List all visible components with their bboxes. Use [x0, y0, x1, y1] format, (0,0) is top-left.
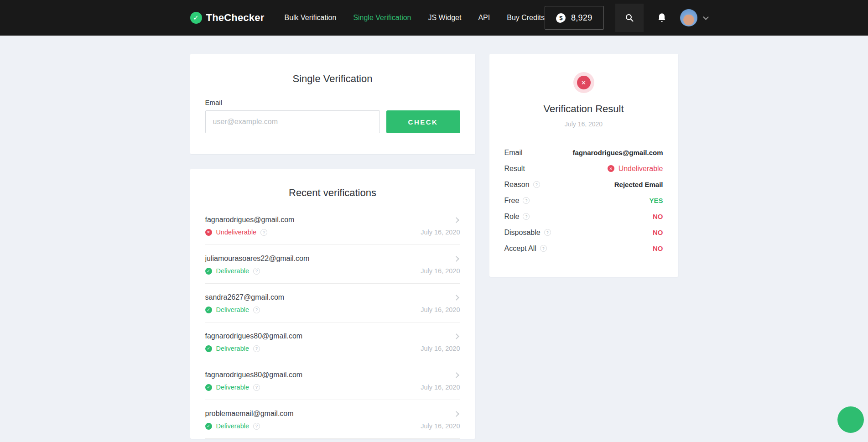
top-navbar: ✓ TheChecker Bulk Verification Single Ve…: [0, 0, 868, 36]
result-row-role: Role ? NO: [504, 212, 663, 221]
list-item[interactable]: fagnarodrigues80@gmail.com ✓ Deliverable…: [205, 322, 460, 361]
list-item-date: July 16, 2020: [421, 384, 460, 391]
notifications-button[interactable]: [657, 13, 666, 23]
chat-widget-button[interactable]: [837, 406, 864, 433]
result-label: Disposable: [504, 229, 541, 237]
help-icon[interactable]: ?: [533, 181, 540, 188]
undeliverable-icon: ✕: [608, 165, 614, 172]
brand-name: TheChecker: [206, 12, 265, 24]
result-row-result: Result ✕ Undeliverable: [504, 164, 663, 173]
chevron-right-icon: [453, 411, 459, 417]
single-verification-title: Single Verification: [205, 73, 460, 85]
list-item-date: July 16, 2020: [421, 267, 460, 275]
result-value: ✕ Undeliverable: [608, 165, 663, 173]
list-item-date: July 16, 2020: [421, 422, 460, 430]
help-icon[interactable]: ?: [544, 229, 551, 236]
nav-js-widget[interactable]: JS Widget: [428, 14, 461, 22]
status-label: Deliverable: [216, 345, 249, 352]
nav-api[interactable]: API: [478, 14, 490, 22]
status-label: Undeliverable: [216, 229, 257, 236]
nav-single-verification[interactable]: Single Verification: [353, 14, 411, 22]
chevron-right-icon: [453, 256, 459, 262]
help-icon[interactable]: ?: [523, 197, 530, 204]
recent-verifications-card: Recent verifications fagnarodrigues@gmai…: [190, 169, 475, 439]
list-item-date: July 16, 2020: [421, 345, 460, 352]
brand-logo[interactable]: ✓ TheChecker: [190, 12, 265, 24]
list-item-email: problemaemail@gmail.com: [205, 410, 294, 418]
list-item-email: fagnarodrigues80@gmail.com: [205, 332, 303, 340]
status-label: Deliverable: [216, 267, 249, 275]
main-content: Single Verification Email CHECK Recent v…: [190, 54, 678, 439]
result-row-reason: Reason ? Rejected Email: [504, 180, 663, 189]
avatar: [680, 9, 697, 26]
list-item-email: sandra2627@gmail.com: [205, 293, 285, 302]
list-item[interactable]: sandra2627@gmail.com ✓ Deliverable ? Jul…: [205, 284, 460, 322]
deliverable-icon: ✓: [205, 423, 212, 430]
list-item-email: fagnarodrigues80@gmail.com: [205, 371, 303, 379]
credits-button[interactable]: $ 8,929: [545, 6, 604, 30]
result-label: Reason: [504, 181, 530, 189]
bell-icon: [657, 13, 666, 23]
error-cross-icon: ✕: [577, 76, 591, 89]
recent-verifications-title: Recent verifications: [205, 187, 460, 199]
search-button[interactable]: [615, 4, 644, 32]
status-label: Deliverable: [216, 306, 249, 313]
help-icon[interactable]: ?: [523, 213, 530, 220]
result-value: Rejected Email: [614, 181, 663, 188]
search-icon: [625, 13, 634, 22]
help-icon[interactable]: ?: [540, 245, 547, 252]
email-input[interactable]: [205, 110, 380, 133]
deliverable-icon: ✓: [205, 268, 212, 275]
result-row-accept-all: Accept All ? NO: [504, 244, 663, 253]
chevron-right-icon: [453, 295, 459, 301]
list-item-email: juliamourasoares22@gmail.com: [205, 255, 310, 263]
deliverable-icon: ✓: [205, 307, 212, 313]
list-item[interactable]: fagnarodrigues@gmail.com ✕ Undeliverable…: [205, 206, 460, 245]
deliverable-icon: ✓: [205, 345, 212, 352]
help-icon[interactable]: ?: [260, 229, 267, 236]
verification-result-title: Verification Result: [504, 103, 663, 115]
help-icon[interactable]: ?: [253, 384, 260, 391]
brand-check-icon: ✓: [190, 12, 202, 24]
verification-result-date: July 16, 2020: [504, 120, 663, 128]
result-value: NO: [653, 244, 663, 252]
undeliverable-icon: ✕: [205, 229, 212, 236]
status-label: Deliverable: [216, 422, 249, 430]
result-value: YES: [649, 197, 663, 204]
list-item[interactable]: juliamourasoares22@gmail.com ✓ Deliverab…: [205, 245, 460, 284]
help-icon[interactable]: ?: [253, 307, 260, 313]
check-button[interactable]: CHECK: [386, 110, 460, 133]
coin-icon: $: [556, 13, 566, 22]
nav-buy-credits[interactable]: Buy Credits: [507, 14, 545, 22]
help-icon[interactable]: ?: [253, 423, 260, 430]
chevron-right-icon: [453, 372, 459, 378]
list-item-date: July 16, 2020: [421, 229, 460, 236]
result-value-text: Undeliverable: [619, 165, 663, 173]
result-label: Result: [504, 165, 525, 173]
chevron-right-icon: [453, 217, 459, 223]
result-value: NO: [653, 229, 663, 236]
result-row-disposable: Disposable ? NO: [504, 228, 663, 237]
list-item-email: fagnarodrigues@gmail.com: [205, 216, 295, 224]
result-row-free: Free ? YES: [504, 196, 663, 205]
result-status-badge: ✕: [573, 72, 594, 93]
nav-bulk-verification[interactable]: Bulk Verification: [284, 14, 336, 22]
result-label: Role: [504, 213, 520, 221]
result-row-email: Email fagnarodrigues@gmail.com: [504, 148, 663, 157]
list-item[interactable]: fagnarodrigues80@gmail.com ✓ Deliverable…: [205, 361, 460, 400]
status-label: Deliverable: [216, 384, 249, 391]
result-label: Free: [504, 197, 520, 205]
result-label: Accept All: [504, 244, 536, 253]
result-value: fagnarodrigues@gmail.com: [573, 149, 663, 156]
user-menu[interactable]: [680, 9, 708, 26]
single-verification-card: Single Verification Email CHECK: [190, 54, 475, 154]
chevron-down-icon: [703, 14, 709, 20]
credits-amount: 8,929: [571, 13, 593, 23]
help-icon[interactable]: ?: [253, 268, 260, 275]
help-icon[interactable]: ?: [253, 345, 260, 352]
result-label: Email: [504, 149, 523, 157]
email-label: Email: [205, 99, 460, 106]
main-nav: Bulk Verification Single Verification JS…: [284, 14, 544, 22]
list-item[interactable]: problemaemail@gmail.com ✓ Deliverable ? …: [205, 400, 460, 439]
list-item-date: July 16, 2020: [421, 306, 460, 313]
